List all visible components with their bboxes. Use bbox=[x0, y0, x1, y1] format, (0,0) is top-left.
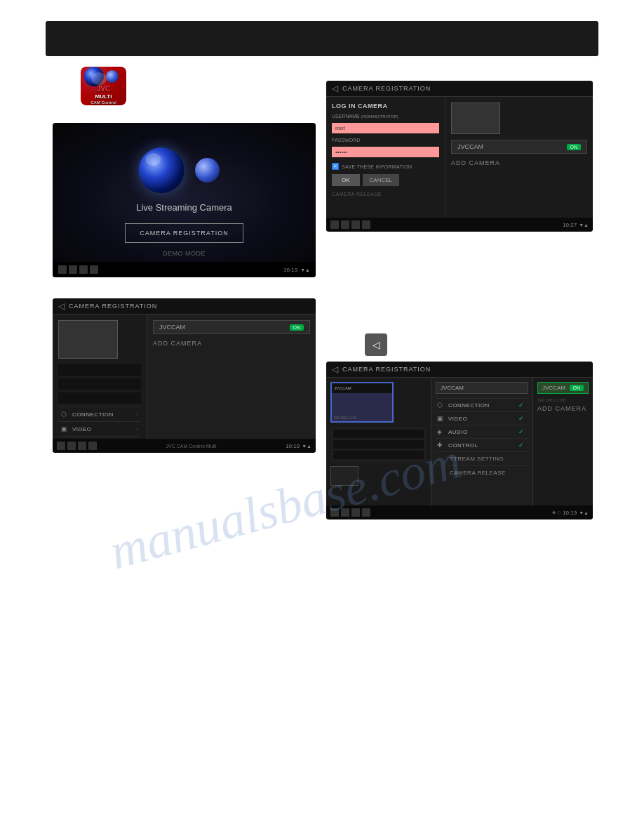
control-check-icon: ✓ bbox=[518, 442, 527, 449]
small-preview-box bbox=[330, 466, 358, 486]
s4-video-icon: ▣ bbox=[437, 415, 445, 422]
statusbar-nav-icons bbox=[58, 265, 98, 274]
screen4-title: CAMERA REGISTRATION bbox=[342, 366, 431, 373]
screen4-menu-control[interactable]: ✚ CONTROL ✓ bbox=[436, 438, 528, 451]
screen3-header: ◁ CAMERA REGISTRATION bbox=[326, 81, 593, 97]
screen-live-streaming: Live Streaming Camera CAMERA REGISTRATIO… bbox=[53, 123, 316, 277]
screen4-menu-audio[interactable]: ◈ AUDIO ✓ bbox=[436, 425, 528, 438]
s2-nav-menu-icon[interactable] bbox=[88, 442, 97, 450]
screen-camera-registration-confirmed: ◁ CAMERA REGISTRATION JVCCAM 192.168.1.2… bbox=[326, 362, 593, 519]
s2-nav-home-icon[interactable] bbox=[67, 442, 76, 450]
s3-nav-menu-icon[interactable] bbox=[362, 220, 370, 229]
screen3-jvccam-badge: JVCCAM ON bbox=[451, 140, 587, 154]
screen3-add-camera[interactable]: ADD CAMERA bbox=[451, 159, 587, 166]
video-check-icon: ✓ bbox=[518, 415, 527, 422]
screen3-right-panel: JVCCAM ON ADD CAMERA bbox=[445, 97, 593, 231]
camera-registration-button[interactable]: CAMERA REGISTRATION bbox=[125, 223, 243, 243]
screen4-signal: ▼▲ bbox=[579, 510, 589, 515]
camera-preview-box bbox=[58, 320, 118, 359]
video-icon: ▣ bbox=[61, 425, 69, 432]
s3-nav-back-icon[interactable] bbox=[330, 220, 339, 229]
screen4-right-panel: JVCCAM ON 192.168.1.2:80 ADD CAMERA bbox=[533, 378, 593, 519]
screen3-signal: ▼▲ bbox=[579, 223, 589, 227]
screen4-back-icon[interactable]: ◁ bbox=[332, 364, 338, 374]
ok-button[interactable]: OK bbox=[332, 174, 360, 186]
header-bar bbox=[46, 21, 598, 56]
screen-camera-registration-main: ◁ CAMERA REGISTRATION ⬡ CONNECTION › ▣ V… bbox=[53, 298, 316, 453]
nav-recent-icon[interactable] bbox=[79, 265, 88, 274]
screen4-menu-connection[interactable]: ⬡ CONNECTION ✓ bbox=[436, 398, 528, 411]
screen4-statusbar: ◆ ◇ 10:19 ▼▲ bbox=[326, 505, 593, 519]
screen2-header: ◁ CAMERA REGISTRATION bbox=[53, 298, 316, 315]
screen2-statusbar: JVC CAM Control Multi 10:19 ▼▲ bbox=[53, 439, 316, 453]
screen2-left-panel: ⬡ CONNECTION › ▣ VIDEO › ◈ AUDIO › ✚ CON… bbox=[53, 315, 147, 452]
s4-nav-menu-icon[interactable] bbox=[362, 508, 370, 517]
screen2-time: 10:19 bbox=[286, 443, 300, 449]
s4-audio-icon: ◈ bbox=[437, 428, 445, 435]
screen2-title: CAMERA REGISTRATION bbox=[69, 303, 157, 310]
nav-back-icon[interactable] bbox=[58, 265, 67, 274]
s3-nav-home-icon[interactable] bbox=[341, 220, 349, 229]
screen1-signal: ▼▲ bbox=[300, 267, 310, 272]
connection-check-icon: ✓ bbox=[518, 402, 527, 409]
screen4-icons-mid: ◆ ◇ bbox=[552, 510, 561, 515]
login-section-title: LOG IN CAMERA bbox=[332, 102, 439, 110]
jvccam-badge: JVCCAM ON bbox=[153, 320, 310, 334]
cancel-button[interactable]: CANCEL bbox=[363, 174, 399, 186]
screen2-back-icon[interactable]: ◁ bbox=[58, 301, 65, 311]
menu-connection[interactable]: ⬡ CONNECTION › bbox=[58, 406, 141, 421]
live-streaming-title: Live Streaming Camera bbox=[136, 202, 232, 213]
connection-icon: ⬡ bbox=[61, 411, 69, 418]
screen4-menu-stream[interactable]: STREAM SETTING bbox=[436, 451, 528, 465]
nav-menu-icon[interactable] bbox=[90, 265, 98, 274]
save-checkbox[interactable]: ✓ bbox=[332, 163, 339, 170]
screen2-right-panel: JVCCAM ON ADD CAMERA bbox=[147, 315, 316, 452]
camera-release-label: CAMERA RELEASE bbox=[332, 192, 439, 197]
screen-login-camera: ◁ CAMERA REGISTRATION LOG IN CAMERA USER… bbox=[326, 81, 593, 232]
screen2-footer-brand: JVC CAM Control Multi bbox=[166, 444, 217, 449]
s4-nav-back-icon[interactable] bbox=[330, 508, 339, 517]
app-icon-text: JVC MULTI CAM Control bbox=[90, 85, 116, 105]
screen1-time: 10:19 bbox=[283, 267, 297, 273]
cam-thumb-sublabel: 192.168.1.2:80 bbox=[333, 416, 356, 420]
s2-nav-recent-icon[interactable] bbox=[78, 442, 86, 450]
screen3-left-panel: LOG IN CAMERA USERNAME (ADMINISTRATOR) P… bbox=[326, 97, 445, 231]
add-camera-label[interactable]: ADD CAMERA bbox=[153, 340, 310, 347]
demo-mode-link[interactable]: DEMO MODE bbox=[163, 250, 206, 257]
s4-nav-home-icon[interactable] bbox=[341, 508, 349, 517]
screen4-cam-thumb: JVCCAM 192.168.1.2:80 bbox=[330, 382, 394, 423]
screen4-jvccam-badge: JVCCAM ON bbox=[537, 382, 589, 394]
nav-home-icon[interactable] bbox=[69, 265, 77, 274]
password-input[interactable] bbox=[332, 147, 439, 157]
s4-control-icon: ✚ bbox=[437, 442, 445, 449]
screen3-statusbar: 10:27 ▼▲ bbox=[326, 218, 593, 232]
screen1-statusbar: 10:19 ▼▲ bbox=[53, 262, 316, 277]
s4-nav-recent-icon[interactable] bbox=[351, 508, 360, 517]
screen4-add-camera[interactable]: ADD CAMERA bbox=[537, 405, 589, 412]
screen3-time: 10:27 bbox=[563, 222, 577, 228]
username-label: USERNAME (ADMINISTRATOR) bbox=[332, 114, 439, 119]
screen4-mid-panel: JVCCAM ⬡ CONNECTION ✓ ▣ VIDEO ✓ ◈ AUDIO … bbox=[431, 378, 533, 519]
s3-nav-recent-icon[interactable] bbox=[351, 220, 360, 229]
screen4-jvccam-tab: JVCCAM bbox=[436, 382, 528, 394]
screen3-cam-preview bbox=[451, 102, 500, 134]
screen3-back-icon[interactable]: ◁ bbox=[332, 84, 338, 93]
audio-check-icon: ✓ bbox=[518, 428, 527, 435]
standalone-back-icon[interactable]: ◁ bbox=[365, 333, 387, 356]
menu-video[interactable]: ▣ VIDEO › bbox=[58, 421, 141, 436]
app-icon[interactable]: JVC MULTI CAM Control bbox=[81, 67, 126, 105]
screen4-menu-release[interactable]: CAMERA RELEASE bbox=[436, 465, 528, 479]
s2-nav-back-icon[interactable] bbox=[57, 442, 65, 450]
username-input[interactable] bbox=[332, 123, 439, 133]
save-label: SAVE THESE INFORMATION bbox=[342, 164, 412, 169]
screen2-signal: ▼▲ bbox=[302, 444, 311, 449]
password-label: PASSWORD bbox=[332, 138, 439, 143]
screen4-left-panel: JVCCAM 192.168.1.2:80 bbox=[326, 378, 431, 519]
screen3-title: CAMERA REGISTRATION bbox=[342, 85, 431, 92]
s4-connection-icon: ⬡ bbox=[437, 402, 445, 409]
screen4-menu-video[interactable]: ▣ VIDEO ✓ bbox=[436, 411, 528, 425]
screen4-header: ◁ CAMERA REGISTRATION bbox=[326, 362, 593, 378]
screen4-time: 10:19 bbox=[563, 510, 577, 516]
